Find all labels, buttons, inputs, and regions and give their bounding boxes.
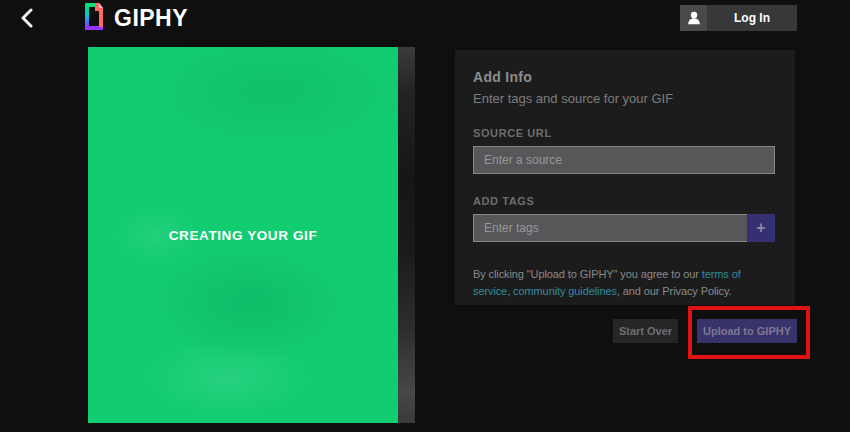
- plus-icon: +: [756, 219, 765, 237]
- source-url-label: SOURCE URL: [473, 127, 775, 139]
- login-button[interactable]: Log In: [680, 5, 797, 31]
- media-edge-strip: [398, 47, 415, 423]
- terms-text: By clicking "Upload to GIPHY" you agree …: [473, 266, 775, 300]
- user-icon: [680, 5, 707, 31]
- giphy-logo-text: GIPHY: [114, 5, 188, 32]
- tags-input[interactable]: [473, 214, 747, 242]
- gif-creating-overlay: CREATING YOUR GIF: [88, 47, 398, 423]
- add-tag-button[interactable]: +: [747, 214, 775, 242]
- community-guidelines-link[interactable]: community guidelines: [513, 285, 617, 297]
- back-button[interactable]: [14, 6, 40, 32]
- login-label: Log In: [707, 5, 797, 31]
- terms-part1: By clicking "Upload to GIPHY" you agree …: [473, 268, 702, 280]
- panel-subtitle: Enter tags and source for your GIF: [473, 91, 775, 106]
- panel-title: Add Info: [473, 69, 775, 85]
- chevron-left-icon: [20, 8, 34, 31]
- add-tags-label: ADD TAGS: [473, 195, 775, 207]
- add-info-panel: Add Info Enter tags and source for your …: [455, 50, 795, 305]
- tags-input-row: +: [473, 214, 775, 242]
- source-url-input[interactable]: [473, 146, 775, 174]
- start-over-button[interactable]: Start Over: [613, 319, 678, 343]
- creating-status-text: CREATING YOUR GIF: [169, 228, 317, 243]
- terms-part3: , and our Privacy Policy.: [617, 285, 732, 297]
- giphy-logo[interactable]: GIPHY: [85, 3, 188, 34]
- upload-to-giphy-button[interactable]: Upload to GIPHY: [697, 319, 797, 343]
- gif-preview-area: CREATING YOUR GIF: [88, 47, 415, 423]
- giphy-logo-icon: [85, 3, 106, 34]
